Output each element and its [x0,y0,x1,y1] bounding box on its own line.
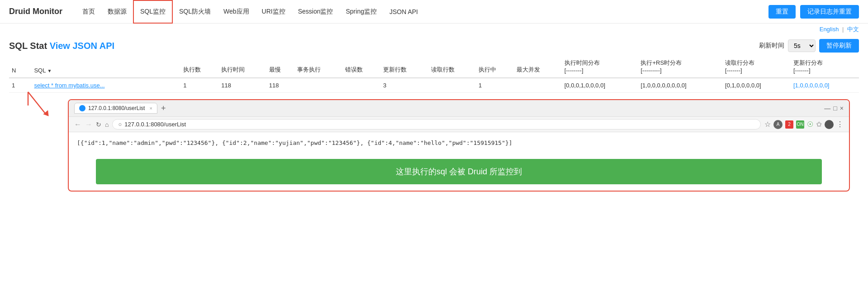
log-reset-button[interactable]: 记录日志并重置 [800,5,859,19]
cell-read-rows [428,78,476,93]
refresh-select[interactable]: 1s 5s 10s 30s 60s [788,39,816,52]
col-executing: 执行中 [476,55,514,78]
nav-item-firewall[interactable]: SQL防火墙 [173,0,217,24]
cell-exec-time: 118 [218,78,266,93]
cell-tx-exec [294,78,342,93]
window-controls: — □ × [824,105,844,112]
nav-brand: Druid Monitor [9,7,62,16]
red-arrow [19,87,55,125]
home-button[interactable]: ⌂ [105,121,109,128]
top-nav: Druid Monitor 首页 数据源 SQL监控 SQL防火墙 Web应用 … [0,0,868,24]
cell-slowest: 118 [266,78,295,93]
nav-item-spring[interactable]: Spring监控 [340,0,383,24]
browser-titlebar: — □ × 127.0.0.1:8080/userList × + [69,100,849,117]
cell-exec-time-dist: [0,0,0,1,0,0,0,0] [562,78,638,93]
lang-bar: English | 中文 [0,24,868,35]
col-read-row-dist: 读取行分布[-------] [722,55,791,78]
col-exec-rs-dist: 执行+RS时分布[---------] [638,55,722,78]
col-update-rows: 更新行数 [380,55,428,78]
col-read-rows: 读取行数 [428,55,476,78]
cell-read-row-dist: [0,1,0,0,0,0,0] [722,78,791,93]
tab-close-button[interactable]: × [149,106,152,111]
extensions-button[interactable]: ✩ [816,120,822,129]
refresh-label: 刷新时间 [759,42,784,50]
address-bar-input[interactable]: ○ 127.0.0.1:8080/userList [112,119,761,130]
col-error-count: 错误数 [342,55,380,78]
green-banner: 这里执行的sql 会被 Druid 所监控到 [96,159,822,184]
col-tx-exec: 事务执行 [294,55,342,78]
annotation-section: — □ × 127.0.0.1:8080/userList × + ← → ↻ … [0,95,868,201]
col-slowest: 最慢 [266,55,295,78]
nav-actions: 重置 记录日志并重置 [768,5,859,19]
cell-exec-count: 1 [180,78,218,93]
col-exec-time: 执行时间 [218,55,266,78]
svg-line-0 [28,92,46,115]
user-avatar-icon[interactable] [825,120,834,129]
lang-separator: | [842,26,844,33]
window-close-button[interactable]: × [840,105,844,112]
cell-update-row-dist: [1,0,0,0,0,0,0] [791,78,859,93]
tab-favicon [79,105,85,111]
bookmark-icon[interactable]: ☆ [764,120,771,129]
table-header-row: N SQL ▼ 执行数 执行时间 最慢 事务执行 错误数 更新行数 读取行数 执… [9,55,859,78]
lang-chinese[interactable]: 中文 [847,26,859,33]
col-exec-count: 执行数 [180,55,218,78]
address-url-text: 127.0.0.1:8080/userList [124,121,186,128]
page-title-link[interactable]: View JSON API [50,41,114,51]
tab-title: 127.0.0.1:8080/userList [88,105,145,111]
browser-addressbar: ← → ↻ ⌂ ○ 127.0.0.1:8080/userList ☆ A 2 … [69,117,849,132]
col-n: N [9,55,31,78]
nav-item-datasource[interactable]: 数据源 [101,0,133,24]
nav-item-jsonapi[interactable]: JSON API [383,0,424,24]
cell-error-count [342,78,380,93]
reset-button[interactable]: 重置 [768,5,796,19]
extension-icon-shield[interactable]: ☉ [807,120,813,129]
browser-content: [{"id":1,"name":"admin","pwd":"123456"},… [69,132,849,154]
nav-items: 首页 数据源 SQL监控 SQL防火墙 Web应用 URI监控 Session监… [76,0,424,24]
back-button[interactable]: ← [74,120,81,129]
refresh-page-button[interactable]: ↻ [96,121,101,128]
col-update-row-dist: 更新行分布[-------] [791,55,859,78]
lang-english[interactable]: English [820,26,839,33]
page-header: SQL Stat View JSON API 刷新时间 1s 5s 10s 30… [0,35,868,55]
col-sql: SQL ▼ [31,55,180,78]
nav-item-session[interactable]: Session监控 [292,0,340,24]
browser-mockup: — □ × 127.0.0.1:8080/userList × + ← → ↻ … [68,99,850,192]
window-minimize-button[interactable]: — [824,105,830,112]
nav-item-sql[interactable]: SQL监控 [133,0,173,24]
menu-button[interactable]: ⋮ [836,120,844,129]
banner-text: 这里执行的sql 会被 Druid 所监控到 [396,167,522,176]
address-protocol-icon: ○ [118,121,122,128]
notifications-icon[interactable]: 2 [785,120,793,129]
sort-icon: ▼ [47,68,52,73]
page-title-text: SQL Stat [9,41,47,51]
pause-refresh-button[interactable]: 暂停刷新 [819,39,859,53]
new-tab-button[interactable]: + [161,104,166,113]
cell-update-rows: 3 [380,78,428,93]
col-exec-time-dist: 执行时间分布[--------] [562,55,638,78]
sql-table: N SQL ▼ 执行数 执行时间 最慢 事务执行 错误数 更新行数 读取行数 执… [9,55,859,93]
extension-icon-green[interactable]: ON [796,120,804,129]
table-container: N SQL ▼ 执行数 执行时间 最慢 事务执行 错误数 更新行数 读取行数 执… [0,55,868,93]
table-row: 1 select * from mybatis.use... 1 118 118… [9,78,859,93]
nav-item-webapp[interactable]: Web应用 [217,0,256,24]
col-max-concurrent: 最大并发 [514,55,562,78]
cell-max-concurrent [514,78,562,93]
nav-item-home[interactable]: 首页 [76,0,101,24]
cell-exec-rs-dist: [1,0,0,0,0,0,0,0,0] [638,78,722,93]
window-maximize-button[interactable]: □ [833,105,837,112]
tab-bar: 127.0.0.1:8080/userList × + [74,103,821,114]
nav-item-uri[interactable]: URI监控 [256,0,292,24]
cell-executing: 1 [476,78,514,93]
browser-tab[interactable]: 127.0.0.1:8080/userList × [74,103,157,114]
browser-content-text: [{"id":1,"name":"admin","pwd":"123456"},… [77,139,512,146]
page-title: SQL Stat View JSON API [9,41,114,51]
profile-icon: A [773,120,783,129]
forward-button[interactable]: → [85,120,92,129]
address-bar-icons: ☆ A 2 ON ☉ ✩ ⋮ [764,120,844,129]
refresh-controls: 刷新时间 1s 5s 10s 30s 60s 暂停刷新 [759,39,859,53]
